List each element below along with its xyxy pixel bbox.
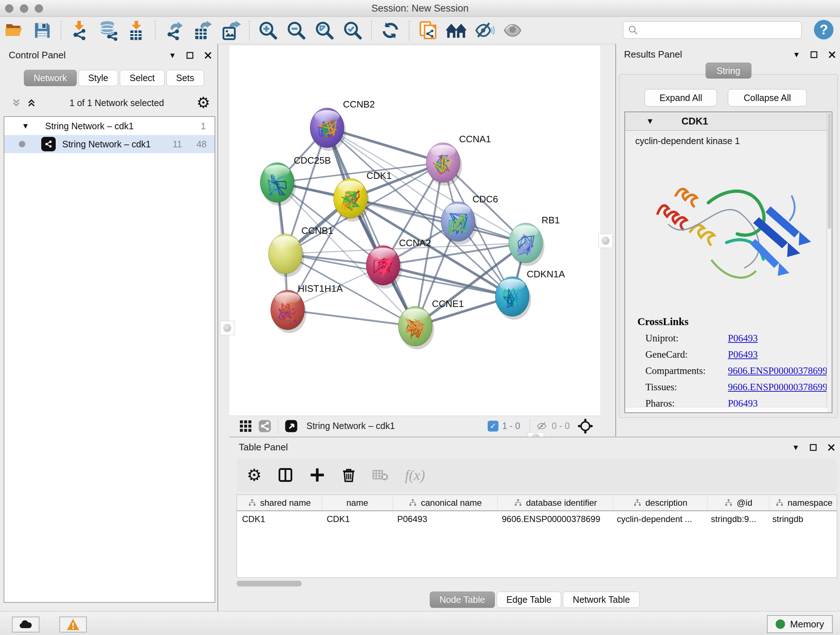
network-edge[interactable]: [351, 198, 526, 243]
import-table-file-button[interactable]: [124, 19, 149, 41]
network-collection-row[interactable]: ▼ String Network – cdk1 1: [4, 117, 215, 135]
zoom-fit-button[interactable]: [312, 19, 337, 41]
column-header-namespace[interactable]: namespace: [769, 495, 837, 510]
panel-menu-icon[interactable]: ▼: [793, 51, 800, 58]
tab-network-table[interactable]: Network Table: [563, 592, 639, 608]
zoom-selected-icon: [343, 20, 363, 41]
network-node-ccnb2[interactable]: CCNB2: [310, 99, 375, 151]
network-node-ccne1[interactable]: CCNE1: [398, 298, 464, 349]
node-label: CCNB1: [302, 225, 333, 236]
help-button[interactable]: ?: [814, 20, 834, 40]
memory-button[interactable]: Memory: [767, 615, 833, 633]
table-cell[interactable]: cyclin-dependent ...: [612, 511, 706, 527]
float-panel-icon[interactable]: [186, 51, 194, 60]
table-cell[interactable]: 9606.ENSP00000378699: [497, 511, 612, 527]
tab-edge-table[interactable]: Edge Table: [497, 592, 561, 608]
node-table[interactable]: shared namenamecanonical namedatabase id…: [237, 494, 837, 578]
tab-string[interactable]: String: [706, 63, 752, 79]
network-node-cdc6[interactable]: CDC6: [441, 194, 498, 245]
selected-nodes-checkbox[interactable]: ✓: [488, 421, 499, 432]
import-network-file-button[interactable]: [67, 19, 93, 41]
table-horizontal-scrollbar[interactable]: [237, 581, 302, 586]
table-cell[interactable]: CDK1: [322, 511, 392, 527]
column-header-database-identifier[interactable]: database identifier: [498, 495, 613, 510]
network-node-cdkn1a[interactable]: CDKN1A: [495, 269, 565, 320]
delete-column-icon[interactable]: [341, 467, 356, 483]
column-header-shared-name[interactable]: shared name: [237, 495, 322, 510]
results-vertical-scrollbar[interactable]: [827, 112, 832, 412]
crosslink-link[interactable]: P06493: [728, 333, 758, 344]
column-header-canonical-name[interactable]: canonical name: [393, 495, 498, 510]
import-network-database-button[interactable]: [95, 19, 121, 41]
crosslink-link[interactable]: 9606.ENSP00000378699: [728, 382, 827, 393]
hide-selected-button[interactable]: [472, 19, 497, 41]
results-horizontal-scrollbar[interactable]: [625, 407, 827, 412]
network-node-hist1h1a[interactable]: HIST1H1A: [271, 283, 343, 333]
add-column-icon[interactable]: [309, 467, 325, 483]
crosshair-icon[interactable]: [577, 418, 594, 434]
float-panel-icon[interactable]: [809, 443, 818, 452]
copy-network-button[interactable]: [415, 19, 441, 41]
column-header--id[interactable]: @id: [707, 495, 769, 510]
tab-network[interactable]: Network: [24, 70, 77, 86]
export-network-button[interactable]: [161, 19, 187, 41]
collapse-triangle-icon[interactable]: ▼: [646, 117, 654, 126]
network-node-ccnb1[interactable]: CCNB1: [268, 225, 333, 277]
tab-select[interactable]: Select: [120, 70, 164, 86]
save-session-button[interactable]: [30, 19, 55, 41]
zoom-in-button[interactable]: [256, 19, 281, 41]
table-cell[interactable]: P06493: [392, 511, 497, 527]
network-graph[interactable]: CCNB2CCNA1CDC25BCDK1CDC6RB1CCNB1CCNA2CDK…: [229, 46, 600, 416]
network-view-icon[interactable]: [257, 419, 272, 433]
show-columns-icon[interactable]: [278, 467, 294, 483]
left-splitter-handle[interactable]: [220, 321, 234, 335]
collapse-triangle-icon[interactable]: ▼: [22, 122, 29, 130]
collapse-all-icon[interactable]: [11, 97, 22, 109]
table-cell[interactable]: CDK1: [237, 511, 322, 527]
search-field[interactable]: [623, 21, 802, 39]
show-all-button[interactable]: [500, 19, 525, 41]
birds-eye-view-icon[interactable]: [284, 419, 298, 433]
network-edge[interactable]: [327, 128, 415, 326]
table-row[interactable]: CDK1CDK1P064939606.ENSP00000378699cyclin…: [237, 511, 837, 527]
cloud-status-button[interactable]: [12, 616, 39, 632]
expand-all-button[interactable]: Expand All: [645, 89, 717, 106]
warning-status-button[interactable]: [59, 616, 87, 632]
column-header-description[interactable]: description: [613, 495, 707, 510]
gene-header[interactable]: ▼ CDK1: [625, 112, 832, 131]
table-settings-gear-icon[interactable]: ⚙: [247, 467, 262, 483]
float-panel-icon[interactable]: [810, 50, 818, 59]
right-splitter-handle[interactable]: [598, 233, 613, 248]
network-row[interactable]: String Network – cdk1 11 48: [4, 135, 215, 153]
table-cell[interactable]: stringdb:9...: [706, 511, 767, 527]
crosslink-link[interactable]: P06493: [728, 349, 758, 360]
collapse-all-button[interactable]: Collapse All: [728, 89, 807, 106]
zoom-out-button[interactable]: [284, 19, 309, 41]
grid-view-icon[interactable]: [239, 419, 253, 433]
network-view[interactable]: CCNB2CCNA1CDC25BCDK1CDC6RB1CCNB1CCNA2CDK…: [229, 46, 600, 416]
close-panel-icon[interactable]: [828, 50, 836, 59]
network-node-rb1[interactable]: RB1: [508, 215, 560, 266]
column-header-name[interactable]: name: [322, 495, 393, 510]
tab-style[interactable]: Style: [79, 70, 118, 86]
panel-menu-icon[interactable]: ▼: [792, 443, 799, 451]
close-panel-icon[interactable]: [204, 51, 212, 60]
tab-node-table[interactable]: Node Table: [430, 592, 495, 608]
crosslink-link[interactable]: 9606.ENSP00000378699: [728, 365, 827, 376]
tab-sets[interactable]: Sets: [166, 70, 204, 86]
panel-menu-icon[interactable]: ▼: [169, 51, 176, 59]
export-image-button[interactable]: [218, 19, 243, 41]
apply-layout-button[interactable]: [378, 19, 403, 41]
search-input[interactable]: [641, 25, 801, 35]
toolbar-separator: [249, 20, 249, 41]
close-panel-icon[interactable]: [827, 443, 836, 452]
table-toolbar: ⚙ f(x): [237, 458, 837, 492]
network-edge[interactable]: [287, 310, 415, 326]
gear-icon[interactable]: ⚙: [196, 95, 210, 111]
export-table-button[interactable]: [189, 19, 215, 41]
zoom-selected-button[interactable]: [340, 19, 365, 41]
expand-all-icon[interactable]: [26, 97, 37, 109]
first-neighbors-button[interactable]: [444, 19, 469, 41]
table-cell[interactable]: stringdb: [767, 511, 836, 527]
open-session-button[interactable]: [2, 19, 27, 41]
